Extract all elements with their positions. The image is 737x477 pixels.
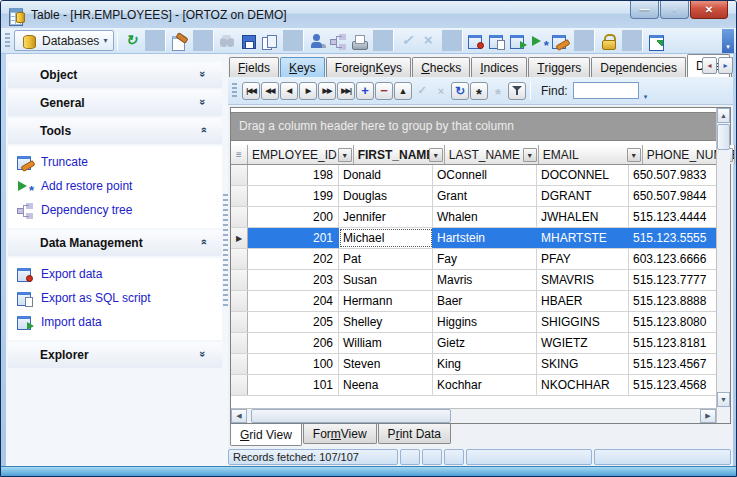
tab-foreign-keys[interactable]: Foreign Keys <box>326 57 411 77</box>
cell-phone-number[interactable]: 603.123.6666 <box>629 249 716 269</box>
close-button[interactable]: ✕ <box>690 1 728 19</box>
table-row[interactable]: 203 Susan Mavris SMAVRIS 515.123.7777 <box>231 270 716 291</box>
table-row[interactable]: 204 Hermann Baer HBAER 515.123.8888 <box>231 291 716 312</box>
table-row[interactable]: 100 Steven King SKING 515.123.4567 <box>231 354 716 375</box>
cell-email[interactable]: SKING <box>537 354 629 374</box>
cell-phone-number[interactable]: 515.123.8080 <box>629 312 716 332</box>
cell-email[interactable]: DGRANT <box>537 186 629 206</box>
vertical-scrollbar[interactable]: ▲ ▼ <box>716 108 730 423</box>
tab-dependencies[interactable]: Dependencies <box>591 57 686 77</box>
find-input[interactable] <box>573 82 639 99</box>
view-tab-print[interactable]: Print Data <box>378 424 451 444</box>
cell-phone-number[interactable]: 515.123.8888 <box>629 291 716 311</box>
cell-employee-id[interactable]: 204 <box>248 291 339 311</box>
cell-first-name[interactable]: Steven <box>339 354 433 374</box>
horizontal-scrollbar[interactable]: ◀ ▶ <box>231 408 716 423</box>
cell-employee-id[interactable]: 205 <box>248 312 339 332</box>
sidebar-link[interactable]: Add restore point <box>8 174 222 198</box>
scroll-right-arrow[interactable]: ▶ <box>700 409 716 423</box>
tab-fields[interactable]: Fields <box>229 57 279 77</box>
cell-phone-number[interactable]: 515.123.8181 <box>629 333 716 353</box>
cell-employee-id[interactable]: 199 <box>248 186 339 206</box>
table-row[interactable]: 206 William Gietz WGIETZ 515.123.8181 <box>231 333 716 354</box>
cell-last-name[interactable]: Kochhar <box>433 375 537 395</box>
cell-last-name[interactable]: King <box>433 354 537 374</box>
scroll-down-arrow[interactable]: ▼ <box>717 392 730 407</box>
cell-first-name[interactable]: Donald <box>339 165 433 185</box>
cell-last-name[interactable]: Baer <box>433 291 537 311</box>
table-row[interactable]: 200 Jennifer Whalen JWHALEN 515.123.4444 <box>231 207 716 228</box>
cell-employee-id[interactable]: 101 <box>248 375 339 395</box>
toolbar-overflow-button[interactable]: ▾ <box>644 93 648 104</box>
toolbar-grip[interactable] <box>5 33 10 49</box>
cell-email[interactable]: JWHALEN <box>537 207 629 227</box>
cell-email[interactable]: HBAER <box>537 291 629 311</box>
filter-button[interactable] <box>508 82 526 100</box>
scroll-up-arrow[interactable]: ▲ <box>717 108 730 123</box>
cell-last-name[interactable]: Grant <box>433 186 537 206</box>
sidebar-section-general[interactable]: General » <box>8 90 222 116</box>
sidebar-link[interactable]: Export data <box>8 262 222 286</box>
tab-indices[interactable]: Indices <box>471 57 527 77</box>
sidebar-section-object[interactable]: Object » <box>8 62 222 88</box>
sidebar-splitter[interactable] <box>223 194 228 309</box>
scroll-left-arrow[interactable]: ◀ <box>231 409 247 423</box>
edit-record-button[interactable]: ▲ <box>394 82 412 100</box>
prior-record-button[interactable]: ◀ <box>280 82 298 100</box>
vertical-scroll-thumb[interactable] <box>717 124 730 150</box>
cell-first-name[interactable]: Susan <box>339 270 433 290</box>
cell-employee-id[interactable]: 200 <box>248 207 339 227</box>
cell-first-name[interactable]: Jennifer <box>339 207 433 227</box>
refresh-records-button[interactable]: ↻ <box>451 82 469 100</box>
cell-phone-number[interactable]: 515.123.7777 <box>629 270 716 290</box>
tab-scroll-right-button[interactable]: ▸ <box>718 57 733 74</box>
table-row[interactable]: 198 Donald OConnell DOCONNEL 650.507.983… <box>231 165 716 186</box>
table-row[interactable]: 101 Neena Kochhar NKOCHHAR 515.123.4568 <box>231 375 716 396</box>
next-page-button[interactable]: ▶▶ <box>318 82 336 100</box>
minimize-button[interactable]: — <box>630 1 659 19</box>
cancel-edit-button[interactable]: × <box>432 82 450 100</box>
cell-employee-id[interactable]: 100 <box>248 354 339 374</box>
sidebar-link[interactable]: Import data <box>8 310 222 334</box>
cell-first-name[interactable]: Shelley <box>339 312 433 332</box>
toolbar-overflow-button[interactable]: ▾ <box>722 29 734 53</box>
sidebar-section-data-management[interactable]: Data Management » <box>8 230 222 256</box>
cell-last-name[interactable]: OConnell <box>433 165 537 185</box>
cell-first-name[interactable]: Hermann <box>339 291 433 311</box>
cell-last-name[interactable]: Higgins <box>433 312 537 332</box>
databases-dropdown[interactable]: Databases ▾ <box>14 30 114 51</box>
cell-employee-id[interactable]: 203 <box>248 270 339 290</box>
view-tab-grid[interactable]: Grid View <box>230 424 302 446</box>
column-header-first-name[interactable]: FIRST_NAME ▼ <box>354 145 445 164</box>
toolbar-grip[interactable] <box>232 83 237 99</box>
tab-keys[interactable]: Keys <box>280 57 325 77</box>
cell-phone-number[interactable]: 650.507.9844 <box>629 186 716 206</box>
cell-phone-number[interactable]: 515.123.4567 <box>629 354 716 374</box>
cell-phone-number[interactable]: 515.123.4568 <box>629 375 716 395</box>
cell-first-name[interactable]: Michael <box>339 228 433 248</box>
column-filter-dropdown[interactable]: ▼ <box>429 148 443 162</box>
cell-last-name[interactable]: Fay <box>433 249 537 269</box>
tab-scroll-left-button[interactable]: ◂ <box>702 57 717 74</box>
restore-button[interactable]: ▫ <box>660 1 689 19</box>
cell-email[interactable]: WGIETZ <box>537 333 629 353</box>
post-edit-button[interactable]: ✓ <box>413 82 431 100</box>
cell-last-name[interactable]: Hartstein <box>433 228 537 248</box>
column-header-email[interactable]: EMAIL ▼ <box>539 145 643 164</box>
next-record-button[interactable]: ▶ <box>299 82 317 100</box>
cell-phone-number[interactable]: 515.123.4444 <box>629 207 716 227</box>
cell-first-name[interactable]: Neena <box>339 375 433 395</box>
cell-phone-number[interactable]: 650.507.9833 <box>629 165 716 185</box>
last-record-button[interactable]: ▶▶| <box>337 82 355 100</box>
sidebar-link[interactable]: Export as SQL script <box>8 286 222 310</box>
column-filter-dropdown[interactable]: ▼ <box>523 148 537 162</box>
prior-page-button[interactable]: ◀◀ <box>261 82 279 100</box>
sidebar-section-explorer[interactable]: Explorer » <box>8 342 222 368</box>
cell-email[interactable]: SMAVRIS <box>537 270 629 290</box>
sidebar-link[interactable]: Truncate <box>8 150 222 174</box>
sidebar-link[interactable]: Dependency tree <box>8 198 222 222</box>
sidebar-section-tools[interactable]: Tools » <box>8 118 222 144</box>
column-filter-dropdown[interactable]: ▼ <box>338 148 352 162</box>
table-row[interactable]: 201 Michael Hartstein MHARTSTE 515.123.5… <box>231 228 716 249</box>
insert-record-button[interactable]: + <box>356 82 374 100</box>
